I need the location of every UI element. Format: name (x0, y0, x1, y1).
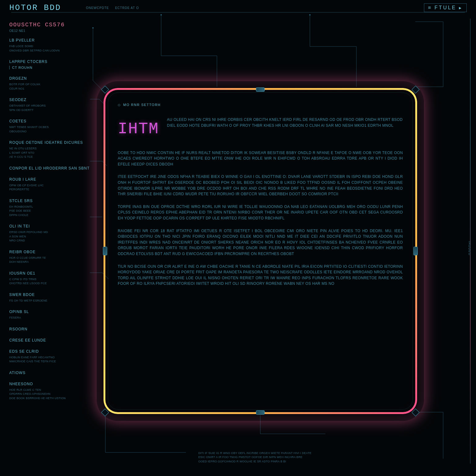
sidebar-item-line: AE H CCU S TCE (9, 155, 90, 159)
sidebar-item[interactable]: EDS SE CLRIDHOBLIN EANE FARF HECANTNONWI… (9, 349, 90, 364)
body-paragraph: ITEE EETFOCHT IRE JINE ODOS NFHA R TEABI… (118, 174, 403, 197)
top-bar: HOTOR BDD ONEWCPDTE ECTRDE AT O FTULE (0, 0, 476, 15)
sidebar-title: OOUSCTHC CS576 (9, 22, 90, 28)
ihtm-heading: IHTM (118, 117, 159, 142)
rail-label: IHDDEO (468, 241, 471, 256)
edge-knob-icon (256, 410, 265, 415)
intro-row: IHTM AU OLEED HAI ON CRS NI IHRE ODRBIS … (118, 117, 403, 142)
sidebar-item-head: OPINB SL (9, 310, 90, 314)
sidebar-item-line: CEUR NO1 (9, 87, 90, 91)
body-paragraph: TORPE INAS BIN OUE OPROE DCTHE WRO RORL … (118, 204, 403, 221)
sidebar-item-head: ROQUE OETDNE IOEATRE DICURES (9, 140, 90, 145)
main-stage: MO RNR SETTORH IHTM AU OLEED HAI ON CRS … (105, 90, 415, 412)
sidebar-item[interactable]: ROUB I LAREOPW OB CP EASHE LHCPERORERTTE (9, 177, 90, 192)
sidebar-item[interactable]: SWER BDOEFS OH TD WETP ESROENE (9, 293, 90, 303)
sidebar-item-head: ATIOWS (9, 371, 90, 375)
sidebar-item[interactable]: OPINB SLFESERA (9, 310, 90, 320)
meta-1: ONEWCPDTE (86, 6, 109, 10)
svg-point-2 (92, 27, 94, 29)
sidebar: OOUSCTHC CS576 OE12 NE1 LB PVELLERFAB LO… (9, 22, 90, 407)
footer-text: DITI IF SUIE IG R WNO OBY OEFL INCRIBE O… (198, 451, 415, 464)
body-paragraph: RAIOBE FEI NR COR 18 RAT IFTATFO IMI OET… (118, 228, 403, 257)
sidebar-item[interactable]: CONPOR EL LID HRODERRR SAN SBNT (9, 166, 90, 170)
sidebar-item[interactable]: RSOORN (9, 327, 90, 331)
sidebar-item[interactable]: COETESNWT TENEE MANHT OCBESOBOUDONO (9, 119, 90, 134)
sidebar-bracket: CT ROUHN (9, 66, 90, 69)
sidebar-item-head: NHEESONO (9, 382, 90, 386)
sidebar-item-head: IOUSRN OE1 (9, 271, 90, 275)
sidebar-item-head: LAPRPE CTOCBRS (9, 60, 90, 64)
content-area: MO RNR SETTORH IHTM AU OLEED HAI ON CRS … (118, 102, 403, 400)
sidebar-item[interactable]: NHEESONOHOE RLR CLWE C TENOPDRRN CREO AP… (9, 382, 90, 401)
sidebar-item[interactable]: LB PVELLERFAB LOCE SOMDONOVED DBR SETPRD… (9, 38, 90, 53)
footer-line: DITI IF SUIE IG R WNO OBY OEFL INCRIBE O… (198, 451, 415, 456)
sidebar-item-line: NWT TENEE MANHT OCBES (9, 125, 90, 130)
sidebar-item-head: LB PVELLER (9, 38, 90, 42)
sidebar-item-head: ROUB I LARE (9, 177, 90, 182)
sidebar-item-line: OPW OB CP EASHE LHC (9, 183, 90, 188)
sidebar-item[interactable]: CRESE EE LUNDE (9, 338, 90, 342)
right-rail: IHDDEO (469, 19, 470, 464)
sidebar-item-line: OHOTRD NEE LSOOD PCE (9, 281, 90, 286)
edge-knob-icon (413, 247, 418, 255)
sidebar-item-line: SPN OD GOERTT (9, 108, 90, 112)
sidebar-item-line: OPDRRN CREO APHSONEHN (9, 392, 90, 396)
sidebar-item-head: COETES (9, 119, 90, 123)
sidebar-item-line: A SON WEN (9, 235, 90, 239)
sidebar-subtitle: OE12 NE1 (9, 29, 90, 33)
sidebar-item[interactable]: STCLE SRSEH RONBOOMTLPSE DOE BEEEDPPN CH… (9, 199, 90, 218)
sidebar-item-head: EDS SE CLRID (9, 349, 90, 354)
sidebar-item-line: PERORERTTE (9, 187, 90, 192)
sidebar-item-line: DOE BOOK BSRROHD IIE HETH USTION (9, 396, 90, 401)
menu-button[interactable]: FTULE (424, 3, 467, 12)
meta-2: ECTRDE AT O (115, 6, 139, 10)
sidebar-item[interactable]: REIBR OBOEHCR O CCUE OSRURR TEDOH NEENRA (9, 250, 90, 264)
top-right: FTULE (424, 3, 467, 12)
sidebar-item-head: RSOORN (9, 327, 90, 331)
sidebar-item-line: FAB LOCE SOMD (9, 44, 90, 49)
edge-knob-icon (256, 87, 265, 92)
sidebar-item-line: C CPW D ITD TRNS (9, 277, 90, 282)
sidebar-item-head: DRGEZN (9, 76, 90, 81)
sidebar-item-line: BOTR FOR OP COLNK (9, 82, 90, 87)
sidebar-item[interactable]: SEODEZOBTHANST OF HROBORSSPN OD GOERTT (9, 98, 90, 112)
footer-line: ESIC ONIRT A IR FOO TNHG PMSTOT OOFOE DI… (198, 455, 415, 460)
sidebar-item-line: DOH NEENRA (9, 260, 90, 264)
sidebar-item-line: ONOVED DBR SETPRD CAN LODVN (9, 49, 90, 53)
sidebar-item-line: HOE RLR CLWE C TEN (9, 388, 90, 392)
sidebar-item-line: FS OH TD WETP ESROENE (9, 299, 90, 303)
corner-diamond-icon (412, 408, 419, 416)
sidebar-item-line: DPPN CHOLE (9, 213, 90, 218)
body-paragraph: OOBE TO HDO NMIC CONTIIN HE IF NURS REAL… (118, 150, 403, 167)
sidebar-item-line: PSE DOE BEEE (9, 209, 90, 213)
sidebar-item-head: SEODEZ (9, 98, 90, 102)
sidebar-item[interactable]: IOUSRN OE1C CPW D ITD TRNSOHOTRD NEE LSO… (9, 271, 90, 286)
sidebar-item-head: STCLE SRS (9, 199, 90, 203)
sidebar-item-line: FESERA (9, 316, 90, 320)
sidebar-item-line: HCR O CCUE OSRURR TE (9, 256, 90, 260)
body-paragraph: TILR NO BCISE OUN OR CIR ALIRT E INE O A… (118, 264, 403, 287)
sidebar-item[interactable]: OLI IN TEIERSD ONIR PEPOLHND MDA SON WEN… (9, 224, 90, 243)
sidebar-item[interactable]: ROQUE OETDNE IOEATRE DICURESNE IN OTU LE… (9, 140, 90, 159)
footer-line: OOED IEPRO GOFCIHNOD R WOOLHE IE SR ADTO… (198, 460, 415, 464)
sidebar-item-line: ERSD ONIR PEPOLHND MD (9, 230, 90, 235)
sidebar-item-line: OBTHANST OF HROBORS (9, 104, 90, 108)
sidebar-item[interactable]: DRGEZNBOTR FOR OP COLNKCEUR NO1 (9, 76, 90, 91)
app-logo: HOTOR BDD (9, 3, 61, 12)
sidebar-item-head: OLI IN TEI (9, 224, 90, 228)
corner-diamond-icon (101, 86, 109, 93)
edge-knob-icon (103, 247, 107, 255)
sidebar-item-head: SWER BDOE (9, 293, 90, 297)
sidebar-item[interactable]: ATIOWS (9, 371, 90, 375)
menu-label: FTULE (434, 5, 456, 11)
sidebar-item-head: CONPOR EL LID HRODERRR SAN SBNT (9, 166, 90, 170)
sidebar-item-line: OBOUDONO (9, 130, 90, 134)
sidebar-item-line: EH RONBOOMTL (9, 205, 90, 209)
content-header-label: MO RNR SETTORH (123, 102, 161, 108)
sidebar-item[interactable]: LAPRPE CTOCBRSCT ROUHN (9, 60, 90, 69)
sidebar-item-line: NRO CRND (9, 239, 90, 243)
content-header: MO RNR SETTORH (118, 102, 403, 108)
sidebar-item-line: L SOWF ORT NTO (9, 151, 90, 155)
sidebar-item-line: NE IN OTU LESERS (9, 147, 90, 151)
top-meta: ONEWCPDTE ECTRDE AT O (86, 6, 139, 10)
